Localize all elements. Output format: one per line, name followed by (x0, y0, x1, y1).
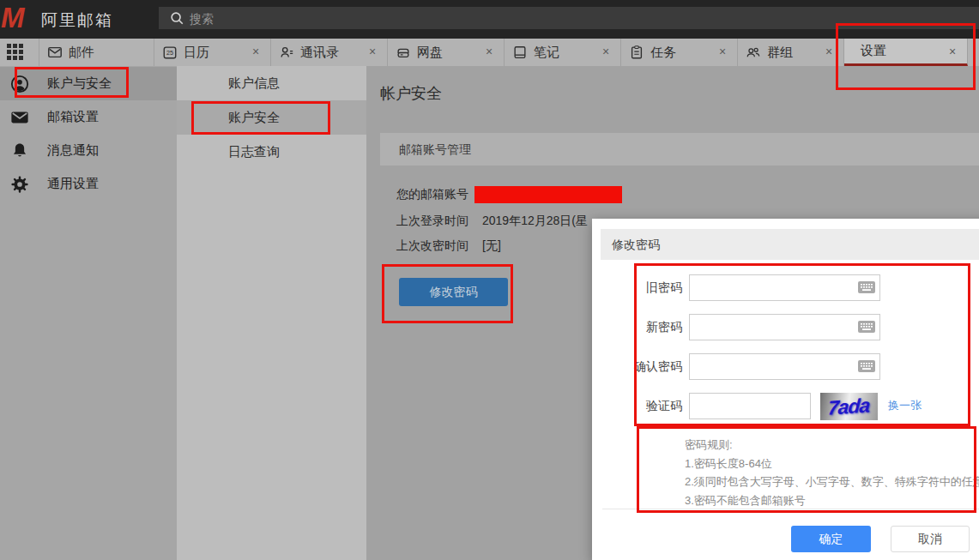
captcha-image[interactable]: 7ada (820, 393, 878, 420)
password-rule-line: 密码规则: (685, 436, 979, 455)
top-bar: M 阿里邮箱 (0, 0, 979, 39)
change-password-button[interactable]: 修改密码 (399, 278, 508, 306)
tab-groups[interactable]: 群组× (738, 39, 844, 66)
info-row-email-account: 您的邮箱账号 (396, 187, 468, 204)
tab-close-icon[interactable]: × (483, 45, 495, 58)
search-input[interactable] (188, 7, 964, 31)
calendar-icon: 25 (162, 45, 178, 60)
captcha-text: 7ada (827, 394, 870, 420)
sidebar-item-label: 账户与安全 (47, 75, 112, 92)
tab-label: 笔记 (534, 45, 559, 61)
tab-label: 网盘 (417, 45, 443, 61)
tab-label: 邮件 (69, 45, 94, 61)
tab-label: 日历 (184, 45, 209, 61)
captcha-input[interactable] (689, 393, 811, 419)
password-rules: 密码规则:1.密码长度8-64位2.须同时包含大写字母、小写字母、数字、特殊字符… (685, 436, 979, 509)
email-redaction-annotation (474, 186, 622, 203)
tab-close-icon[interactable]: × (600, 45, 612, 58)
tab-drive[interactable]: 网盘× (388, 39, 505, 66)
sidebar-item-label: 消息通知 (47, 142, 99, 159)
groups-icon (746, 45, 761, 60)
info-value: 2019年12月28日(星 (482, 214, 588, 229)
svg-text:25: 25 (166, 49, 173, 57)
info-value: [无] (482, 238, 501, 254)
confirm-button[interactable]: 确定 (791, 526, 871, 552)
app-title: 阿里邮箱 (41, 9, 113, 32)
submenu-item-account-info[interactable]: 账户信息 (177, 66, 366, 100)
tab-close-icon[interactable]: × (823, 45, 835, 58)
apps-grid-icon[interactable] (7, 44, 30, 61)
tab-settings[interactable]: 设置× (844, 39, 968, 66)
cancel-button[interactable]: 取消 (891, 526, 970, 552)
tab-label: 设置 (861, 43, 886, 59)
keyboard-icon[interactable] (858, 321, 875, 333)
tab-close-icon[interactable]: × (946, 45, 958, 58)
password-rule-line: 3.密码不能包含邮箱账号 (685, 491, 979, 510)
tab-contacts[interactable]: 通讯录× (271, 39, 388, 66)
tab-close-icon[interactable]: × (366, 45, 378, 58)
new-password-input[interactable] (689, 314, 880, 340)
account-security-submenu: 账户信息账户安全日志查询 (177, 66, 366, 560)
gear-icon (10, 175, 29, 194)
sidebar-item-label: 邮箱设置 (47, 109, 99, 125)
search-icon (169, 10, 184, 26)
mail-icon (10, 108, 29, 127)
tab-label: 任务 (650, 45, 676, 61)
info-label: 上次登录时间 (396, 214, 468, 227)
submenu-item-account-security[interactable]: 账户安全 (177, 100, 366, 135)
tasks-icon (629, 45, 644, 60)
refresh-captcha-link[interactable]: 换一张 (888, 398, 922, 413)
info-label: 您的邮箱账号 (396, 187, 468, 201)
keyboard-icon[interactable] (858, 281, 875, 293)
password-rule-line: 1.密码长度8-64位 (685, 455, 979, 473)
tab-tasks[interactable]: 任务× (621, 39, 738, 66)
page-title: 帐户安全 (380, 83, 442, 104)
tab-close-icon[interactable]: × (716, 45, 728, 58)
section-header: 邮箱账号管理 (380, 133, 979, 166)
settings-sidebar: 账户与安全邮箱设置消息通知通用设置 (0, 66, 177, 560)
old-password-label: 旧密码 (592, 274, 682, 301)
screen: M 阿里邮箱 邮件25日历×通讯录×网盘×笔记×任务×群组×设置× 账户与安全邮… (0, 0, 979, 560)
new-password-label: 新密码 (592, 314, 682, 340)
tab-mail[interactable]: 邮件 (39, 39, 154, 66)
tab-close-icon[interactable]: × (250, 45, 262, 58)
bell-icon (10, 142, 29, 160)
tab-calendar[interactable]: 25日历× (154, 39, 271, 66)
drive-icon (396, 45, 411, 60)
tab-label: 通讯录 (300, 45, 339, 61)
old-password-input[interactable] (689, 274, 880, 301)
dialog-title: 修改密码 (601, 229, 979, 260)
change-password-dialog: 修改密码 旧密码新密码确认密码验证码 7ada 换一张 密码规则:1.密码长度8… (592, 219, 979, 560)
sidebar-item-account-and-security[interactable]: 账户与安全 (0, 67, 177, 100)
keyboard-icon[interactable] (858, 360, 875, 372)
submenu-item-log-query[interactable]: 日志查询 (177, 135, 366, 169)
sidebar-item-general-settings[interactable]: 通用设置 (0, 167, 177, 201)
search-box[interactable] (159, 7, 979, 29)
tab-label: 群组 (767, 45, 793, 61)
alimail-logo-icon: M (1, 2, 25, 34)
confirm-password-input[interactable] (689, 353, 880, 380)
tab-bar: 邮件25日历×通讯录×网盘×笔记×任务×群组×设置× (0, 39, 979, 66)
sidebar-item-mailbox-settings[interactable]: 邮箱设置 (0, 100, 177, 134)
info-label: 上次改密时间 (396, 238, 468, 252)
info-row-last-password-change: 上次改密时间[无] (396, 238, 468, 256)
sidebar-item-message-notification[interactable]: 消息通知 (0, 134, 177, 167)
info-row-last-login-time: 上次登录时间2019年12月28日(星 (396, 214, 468, 231)
contacts-icon (279, 45, 294, 60)
captcha-label: 验证码 (592, 393, 682, 419)
notes-icon (512, 45, 528, 60)
mail-icon (47, 45, 63, 60)
sidebar-item-label: 通用设置 (47, 176, 99, 192)
confirm-password-label: 确认密码 (592, 353, 682, 380)
dialog-footer-divider (602, 509, 979, 509)
password-rule-line: 2.须同时包含大写字母、小写字母、数字、特殊字符中的任意三种 (685, 473, 979, 491)
tab-notes[interactable]: 笔记× (505, 39, 621, 66)
account-icon (10, 75, 29, 93)
